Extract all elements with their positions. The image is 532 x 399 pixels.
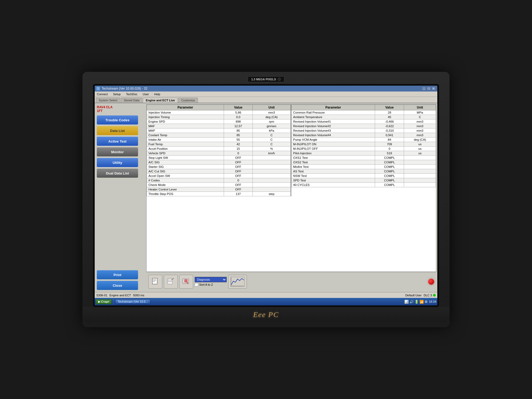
tab-customize[interactable]: Customize bbox=[178, 98, 198, 103]
menu-user[interactable]: User bbox=[142, 93, 150, 96]
dlc-label: DLC 3 bbox=[424, 294, 432, 297]
data-list-button[interactable]: Data List bbox=[97, 126, 138, 135]
status-bar: S306-01 Engine and ECT 5093 ms Default U… bbox=[95, 292, 437, 298]
right-table-row: Common Rail Pressure 28 MPa bbox=[292, 110, 436, 115]
taskbar: ▶ Старт Techstream (Ver 10.0... 📊 🔊 🔋 📶 … bbox=[95, 298, 437, 305]
left-unit-15 bbox=[252, 178, 290, 183]
diagnosis-dropdown[interactable]: Diagnosis All Custom bbox=[195, 277, 227, 282]
left-table-row: Starter SIG OFF bbox=[147, 165, 291, 169]
dlc-status-dot bbox=[433, 294, 436, 297]
right-value-5: 0,941 bbox=[375, 133, 404, 138]
left-unit-2: rpm bbox=[252, 119, 290, 124]
monitor-button[interactable]: Monitor bbox=[97, 147, 138, 156]
right-table-row: Revised Injection Volume#1 -0,466 mm3 bbox=[292, 119, 436, 124]
right-value-12: COMPL bbox=[375, 165, 404, 169]
chart-button[interactable] bbox=[228, 275, 247, 289]
left-value-5: 85 bbox=[224, 133, 253, 138]
start-button[interactable]: ▶ Старт bbox=[96, 299, 112, 304]
camera-module: 1.3 MEGA PIXELS bbox=[248, 76, 284, 82]
left-unit-0: mm3 bbox=[252, 110, 290, 115]
right-value-14: COMPL bbox=[375, 174, 404, 178]
toolbar-doc-button[interactable] bbox=[148, 275, 162, 289]
left-value-0: 5,86 bbox=[224, 110, 253, 115]
close-sidebar-button[interactable]: Close bbox=[97, 281, 138, 290]
right-param-13: AS Test bbox=[292, 169, 375, 174]
left-value-14: OFF bbox=[224, 174, 253, 178]
screen-bezel: T Techstream (Ver 10.00.028) - 32 _ □ ✕ … bbox=[93, 84, 439, 307]
left-param-4: MAP bbox=[147, 128, 224, 133]
left-table-row: Vehicle SPD 0 km/h bbox=[147, 151, 291, 156]
camera-bar: 1.3 MEGA PIXELS bbox=[82, 74, 450, 84]
toolbar-edit-button[interactable] bbox=[164, 275, 178, 289]
maximize-button[interactable]: □ bbox=[427, 87, 431, 90]
left-param-7: Fuel Temp. bbox=[147, 142, 224, 147]
status-time: 5093 ms bbox=[133, 294, 144, 297]
sort-checkbox-group[interactable]: Sort A to Z bbox=[195, 283, 227, 286]
title-bar: T Techstream (Ver 10.00.028) - 32 _ □ ✕ bbox=[95, 86, 437, 92]
right-unit-16 bbox=[404, 183, 436, 187]
taskbar-app[interactable]: Techstream (Ver 10.0... bbox=[115, 299, 150, 304]
right-param-11: OXS2 Test bbox=[292, 160, 375, 165]
left-param-1: Injection Timing bbox=[147, 115, 224, 119]
menu-help[interactable]: Help bbox=[153, 93, 161, 96]
right-value-16: COMPL bbox=[375, 183, 404, 187]
left-unit-6: C bbox=[252, 138, 290, 142]
right-table-row: NSW Test COMPL bbox=[292, 174, 436, 178]
right-header-unit: Unit bbox=[404, 105, 436, 110]
tab-stored-data[interactable]: Stored Data bbox=[121, 98, 142, 103]
left-unit-4: kPa bbox=[252, 128, 290, 133]
left-table-row: Throttle Step POS 137 step bbox=[147, 192, 291, 196]
right-unit-7: us bbox=[404, 142, 436, 147]
left-unit-17 bbox=[252, 187, 290, 192]
menu-techdoc[interactable]: TechDoc bbox=[125, 93, 139, 96]
left-header-value: Value bbox=[224, 105, 253, 110]
print-button[interactable]: Print bbox=[97, 270, 138, 279]
left-param-5: Coolant Temp bbox=[147, 133, 224, 138]
screen: T Techstream (Ver 10.00.028) - 32 _ □ ✕ … bbox=[95, 86, 437, 305]
right-table-row: SPD Test COMPL bbox=[292, 178, 436, 183]
record-indicator bbox=[428, 279, 434, 285]
minimize-button[interactable]: _ bbox=[422, 87, 426, 90]
right-param-3: Revised Injection Volume#2 bbox=[292, 124, 375, 128]
left-table-row: A/C Cut SIG OFF bbox=[147, 169, 291, 174]
right-table-row: OXS2 Test COMPL bbox=[292, 160, 436, 165]
right-param-12: Misfire Test bbox=[292, 165, 375, 169]
close-button[interactable]: ✕ bbox=[431, 87, 436, 90]
right-value-10: COMPL bbox=[375, 156, 404, 160]
app-title: Techstream (Ver 10.00.028) - 32 bbox=[102, 87, 147, 90]
menu-setup[interactable]: Setup bbox=[112, 93, 122, 96]
left-param-12: Starter SIG bbox=[147, 165, 224, 169]
right-param-5: Revised Injection Volume#4 bbox=[292, 133, 375, 138]
title-bar-controls[interactable]: _ □ ✕ bbox=[422, 87, 436, 90]
laptop-bottom: Eee PC bbox=[82, 307, 450, 322]
active-test-button[interactable]: Active Test bbox=[97, 137, 138, 146]
menu-connect[interactable]: Connect bbox=[96, 93, 109, 96]
left-param-16: Check Mode bbox=[147, 183, 224, 187]
left-unit-8: % bbox=[252, 147, 290, 151]
right-param-15: SPD Test bbox=[292, 178, 375, 183]
right-param-16: 40 CYCLES bbox=[292, 183, 375, 187]
left-param-0: Injection Volume bbox=[147, 110, 224, 115]
toolbar-settings-button[interactable] bbox=[179, 275, 193, 289]
left-param-6: Intake Air bbox=[147, 138, 224, 142]
left-unit-11 bbox=[252, 160, 290, 165]
left-unit-9: km/h bbox=[252, 151, 290, 156]
dual-data-list-button[interactable]: Dual Data List bbox=[97, 169, 138, 178]
right-param-4: Revised Injection Volume#3 bbox=[292, 128, 375, 133]
left-unit-13 bbox=[252, 169, 290, 174]
right-unit-14 bbox=[404, 174, 436, 178]
camera-label: 1.3 MEGA PIXELS bbox=[251, 78, 276, 81]
right-unit-9: us bbox=[404, 151, 436, 156]
utility-button[interactable]: Utility bbox=[97, 158, 138, 167]
tab-system-select[interactable]: System Select bbox=[96, 98, 120, 103]
trouble-codes-button[interactable]: Trouble Codes bbox=[97, 115, 138, 124]
left-data-table: Parameter Value Unit Injection Volume 5,… bbox=[147, 105, 291, 196]
left-unit-7: C bbox=[252, 142, 290, 147]
tab-engine-ect-live[interactable]: Engine and ECT Live bbox=[143, 98, 178, 103]
left-unit-1: deg (CA) bbox=[252, 115, 290, 119]
sort-checkbox[interactable] bbox=[195, 283, 198, 286]
left-unit-10 bbox=[252, 156, 290, 160]
left-value-7: 42 bbox=[224, 142, 253, 147]
right-data-table: Parameter Value Unit Common Rail Pressur… bbox=[291, 105, 436, 187]
left-unit-14 bbox=[252, 174, 290, 178]
